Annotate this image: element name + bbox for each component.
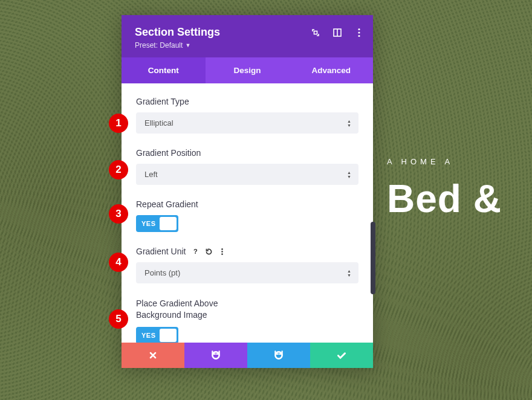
tab-advanced[interactable]: Advanced xyxy=(289,57,373,83)
undo-icon xyxy=(210,350,221,361)
toggle-repeat-gradient[interactable]: YES xyxy=(136,215,178,232)
more-icon[interactable] xyxy=(354,27,365,38)
updown-icon: ▲▼ xyxy=(347,119,351,127)
preset-selector[interactable]: Preset: Default ▼ xyxy=(135,41,190,50)
field-place-above: Place Gradient Above Background Image YE… xyxy=(136,298,358,343)
redo-icon xyxy=(273,350,284,361)
select-gradient-position[interactable]: Left ▲▼ xyxy=(136,164,358,185)
header-actions xyxy=(310,27,365,38)
panel-body: Gradient Type Elliptical ▲▼ Gradient Pos… xyxy=(122,83,373,343)
field-repeat-gradient: Repeat Gradient YES xyxy=(136,199,358,232)
snap-icon[interactable] xyxy=(332,27,343,38)
select-gradient-type[interactable]: Elliptical ▲▼ xyxy=(136,112,358,134)
cancel-button[interactable] xyxy=(122,343,184,368)
tab-content[interactable]: Content xyxy=(122,57,206,83)
redo-button[interactable] xyxy=(247,343,310,368)
callout-2: 2 xyxy=(109,160,128,179)
label-icons: ? xyxy=(190,247,227,256)
expand-icon[interactable] xyxy=(310,27,321,38)
tab-design[interactable]: Design xyxy=(206,57,290,83)
label-place-above-line1: Place Gradient Above xyxy=(136,298,358,309)
svg-point-3 xyxy=(358,28,360,30)
callout-5: 5 xyxy=(109,309,128,329)
reset-icon[interactable] xyxy=(204,247,213,256)
svg-point-7 xyxy=(221,251,223,253)
save-button[interactable] xyxy=(310,343,373,368)
hero-subheading: A HOME A xyxy=(387,157,532,166)
callout-1: 1 xyxy=(109,114,128,133)
help-icon[interactable]: ? xyxy=(190,247,200,256)
label-place-above-line2: Background Image xyxy=(136,309,358,321)
tabs: Content Design Advanced xyxy=(122,57,373,83)
hero-heading: Bed & xyxy=(387,179,532,218)
select-gradient-position-value: Left xyxy=(144,170,158,179)
undo-button[interactable] xyxy=(184,343,247,368)
updown-icon: ▲▼ xyxy=(347,170,351,178)
callout-3: 3 xyxy=(109,204,128,224)
settings-panel: Section Settings Preset: Default ▼ xyxy=(122,15,373,368)
select-gradient-unit[interactable]: Points (pt) ▲▼ xyxy=(136,262,358,283)
field-gradient-type: Gradient Type Elliptical ▲▼ xyxy=(136,97,358,134)
label-place-above: Place Gradient Above Background Image xyxy=(136,298,358,321)
select-gradient-unit-value: Points (pt) xyxy=(144,268,180,277)
field-gradient-unit: Gradient Unit ? Points ( xyxy=(136,247,358,283)
panel-header: Section Settings Preset: Default ▼ xyxy=(122,15,373,57)
svg-point-6 xyxy=(221,248,223,250)
close-icon xyxy=(148,350,158,360)
label-gradient-unit: Gradient Unit ? xyxy=(136,247,358,256)
preset-label: Preset: Default xyxy=(135,41,183,50)
toggle-place-above-label: YES xyxy=(141,332,156,339)
updown-icon: ▲▼ xyxy=(347,269,351,277)
svg-point-4 xyxy=(358,31,360,33)
hero-text: A HOME A Bed & xyxy=(387,157,532,218)
svg-point-5 xyxy=(358,35,360,37)
select-gradient-type-value: Elliptical xyxy=(144,118,174,127)
toggle-knob xyxy=(160,217,177,230)
check-icon xyxy=(336,350,347,361)
callout-4: 4 xyxy=(109,253,128,272)
toggle-repeat-gradient-label: YES xyxy=(141,220,156,227)
svg-rect-0 xyxy=(314,31,317,34)
label-repeat-gradient: Repeat Gradient xyxy=(136,199,358,209)
label-gradient-type: Gradient Type xyxy=(136,97,358,106)
label-gradient-position: Gradient Position xyxy=(136,148,358,158)
toggle-place-above[interactable]: YES xyxy=(136,327,178,343)
caret-down-icon: ▼ xyxy=(185,42,190,48)
label-gradient-unit-text: Gradient Unit xyxy=(136,247,186,256)
options-icon[interactable] xyxy=(217,247,227,256)
scrollbar-thumb[interactable] xyxy=(371,222,375,294)
panel-footer xyxy=(122,343,373,368)
svg-point-8 xyxy=(221,253,223,255)
toggle-knob xyxy=(160,329,177,342)
field-gradient-position: Gradient Position Left ▲▼ xyxy=(136,148,358,185)
